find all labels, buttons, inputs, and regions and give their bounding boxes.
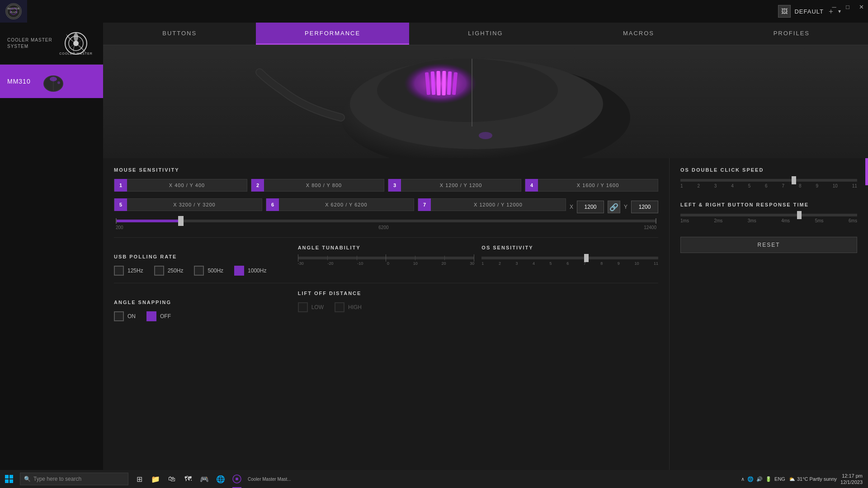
- tray-sound[interactable]: 🔊: [756, 476, 763, 482]
- weather-text: 31°C Partly sunny: [797, 476, 837, 482]
- usb-250hz-box[interactable]: [154, 266, 164, 276]
- usb-polling-section: USB POLLING RATE 125Hz 250Hz 500Hz 1000H…: [114, 254, 291, 276]
- os-sens-thumb[interactable]: [584, 254, 589, 262]
- dpi-mid-label: 6200: [378, 225, 388, 230]
- angle-track[interactable]: [298, 257, 475, 259]
- system-clock[interactable]: 12:17 pm 12/1/2023: [840, 473, 863, 486]
- angle-tick-1: -20: [327, 261, 333, 266]
- dpi-value-3: X 1200 / Y 1200: [401, 183, 521, 188]
- os-sensitivity-title: OS SENSITIVITY: [481, 245, 658, 250]
- liftoff-low-box[interactable]: [298, 302, 308, 312]
- liftoff-high-box[interactable]: [335, 302, 344, 312]
- svg-point-12: [57, 81, 60, 84]
- dpi-slider-container: 200 6200 12400: [114, 220, 658, 230]
- sensitivity-row-top: 1 X 400 / Y 400 2 X 800 / Y 800 3 X 1200…: [114, 179, 658, 192]
- reset-button[interactable]: RESET: [680, 237, 857, 253]
- bottom-three-col: USB POLLING RATE 125Hz 250Hz 500Hz 1000H…: [114, 245, 658, 276]
- y-label: Y: [624, 204, 627, 210]
- snapping-off[interactable]: OFF: [146, 311, 171, 321]
- angle-tick-0: -30: [298, 261, 304, 266]
- dpi-preset-1[interactable]: 1 X 400 / Y 400: [114, 179, 247, 192]
- tab-performance[interactable]: PERFORMANCE: [256, 23, 409, 45]
- start-button[interactable]: [0, 470, 18, 488]
- usb-125hz-box[interactable]: [114, 266, 124, 276]
- snapping-liftoff-row: ANGLE SNAPPING ON OFF LIFT OFF DISTANCE …: [114, 291, 658, 321]
- mouse-preview: [103, 45, 868, 158]
- response-time-track[interactable]: [680, 214, 857, 216]
- store-icon[interactable]: 🛍: [165, 470, 179, 488]
- usb-500hz-box[interactable]: [194, 266, 204, 276]
- double-click-ticks: 1 2 3 4 5 6 7 8 9 10 11: [680, 183, 857, 188]
- dpi-color-3: 3: [388, 179, 401, 192]
- weather-icon: ⛅: [789, 476, 795, 482]
- double-click-thumb[interactable]: [792, 176, 796, 184]
- weather-widget: ⛅ 31°C Partly sunny: [789, 476, 837, 482]
- usb-500hz[interactable]: 500Hz: [194, 266, 223, 276]
- titlebar: MASTER PLUS 🖼 DEFAULT ＋ ▾ ─ □ ✕: [0, 0, 868, 23]
- tab-buttons[interactable]: BUTTONS: [103, 23, 256, 45]
- os-sens-track[interactable]: [481, 257, 658, 259]
- right-accent: [865, 158, 868, 185]
- task-view-button[interactable]: ⊞: [132, 470, 146, 488]
- tab-lighting[interactable]: LIGHTING: [409, 23, 562, 45]
- device-image: [35, 70, 71, 93]
- dpi-slider-thumb[interactable]: [178, 216, 184, 226]
- snapping-on-box[interactable]: [114, 311, 124, 321]
- dpi-preset-7[interactable]: 7 X 12000 / Y 12000: [418, 198, 566, 211]
- taskbar-icons: ⊞ 📁 🛍 🗺 🎮 🌐 Cooler Master Mast...: [132, 470, 293, 488]
- link-icon[interactable]: 🔗: [608, 201, 620, 213]
- search-bar[interactable]: 🔍 Type here to search: [20, 473, 128, 485]
- usb-250hz[interactable]: 250Hz: [154, 266, 184, 276]
- dpi-value-6: X 6200 / Y 6200: [279, 202, 414, 207]
- usb-1000hz[interactable]: 1000Hz: [234, 266, 266, 276]
- tray-network: 🌐: [747, 476, 754, 482]
- minimize-button[interactable]: ─: [827, 0, 841, 14]
- dpi-value-1: X 400 / Y 400: [127, 183, 247, 188]
- dpi-preset-5[interactable]: 5 X 3200 / Y 3200: [114, 198, 262, 211]
- dpi-value-2: X 800 / Y 800: [264, 183, 384, 188]
- dpi-preset-2[interactable]: 2 X 800 / Y 800: [251, 179, 384, 192]
- dpi-track[interactable]: [116, 220, 656, 222]
- maximize-button[interactable]: □: [841, 0, 854, 14]
- xbox-icon[interactable]: 🎮: [197, 470, 212, 488]
- dpi-preset-3[interactable]: 3 X 1200 / Y 1200: [388, 179, 521, 192]
- double-click-track[interactable]: [680, 179, 857, 182]
- angle-tunability-section: ANGLE TUNABILITY -30 -20 -10 0 10: [298, 245, 475, 276]
- close-button[interactable]: ✕: [854, 0, 868, 14]
- usb-125hz[interactable]: 125Hz: [114, 266, 143, 276]
- usb-1000hz-box[interactable]: [234, 266, 244, 276]
- x-input[interactable]: [577, 201, 604, 213]
- dpi-color-1: 1: [114, 179, 127, 192]
- tray-language: ENG: [774, 476, 785, 482]
- photos-icon[interactable]: 🗺: [181, 470, 195, 488]
- dpi-track-fill: [116, 220, 181, 222]
- window-controls: ─ □ ✕: [827, 0, 868, 23]
- coolermaster-taskbar-icon[interactable]: [230, 470, 244, 488]
- device-item-mm310[interactable]: MM310: [0, 65, 103, 98]
- svg-rect-28: [9, 479, 13, 483]
- edge-icon[interactable]: 🌐: [213, 470, 228, 488]
- app-logo-icon: MASTER PLUS: [5, 3, 22, 19]
- snapping-on[interactable]: ON: [114, 311, 136, 321]
- snapping-toggle: ON OFF: [114, 311, 291, 321]
- dpi-color-2: 2: [251, 179, 264, 192]
- snapping-off-box[interactable]: [146, 311, 156, 321]
- tab-macros[interactable]: MACROS: [562, 23, 715, 45]
- dpi-value-5: X 3200 / Y 3200: [127, 202, 262, 207]
- liftoff-high[interactable]: HIGH: [335, 302, 362, 312]
- dpi-preset-4[interactable]: 4 X 1600 / Y 1600: [525, 179, 658, 192]
- liftoff-low-label: LOW: [311, 304, 324, 310]
- usb-radio-options: 125Hz 250Hz 500Hz 1000Hz: [114, 266, 291, 276]
- empty-col: [481, 291, 658, 321]
- tab-profiles[interactable]: PROFILES: [715, 23, 868, 45]
- liftoff-low[interactable]: LOW: [298, 302, 324, 312]
- sidebar-header: COOLER MASTER SYSTEM COOLER MASTER: [0, 23, 103, 65]
- dpi-preset-6[interactable]: 6 X 6200 / Y 6200: [266, 198, 414, 211]
- tray-expand[interactable]: ∧: [741, 476, 745, 482]
- file-explorer-icon[interactable]: 📁: [148, 470, 163, 488]
- dpi-color-7: 7: [418, 198, 431, 211]
- double-click-section: OS DOUBLE CLICK SPEED 1 2 3 4 5 6 7 8 9 …: [680, 167, 857, 188]
- response-time-thumb[interactable]: [797, 211, 802, 219]
- response-time-title: LEFT & RIGHT BUTTON RESPONSE TIME: [680, 202, 857, 207]
- y-input[interactable]: [631, 201, 658, 213]
